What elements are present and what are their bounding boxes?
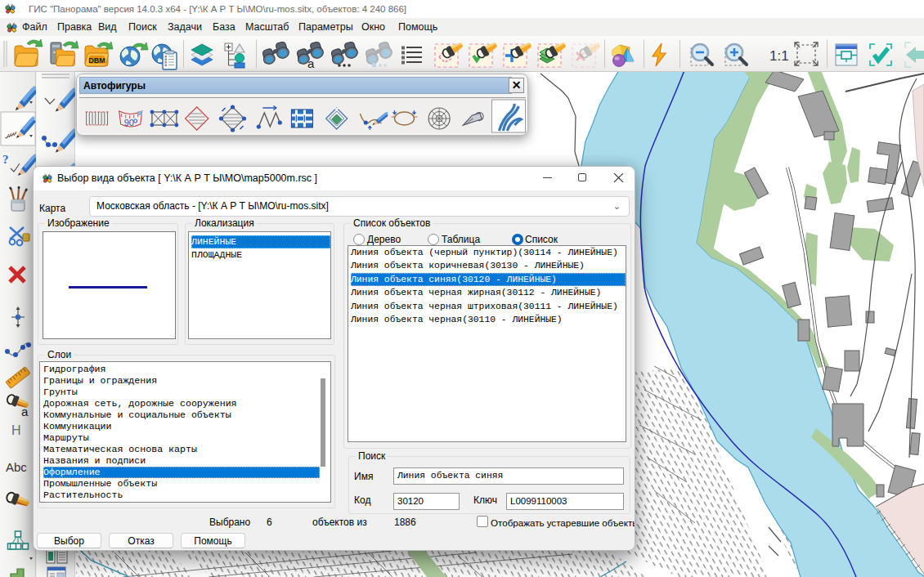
svg-text:?: ? — [2, 153, 9, 166]
svg-text:a: a — [307, 56, 315, 70]
svg-text:H: H — [11, 423, 21, 437]
svg-text:a: a — [21, 405, 29, 418]
svg-text:90: 90 — [124, 118, 134, 127]
svg-text:Abc: Abc — [6, 460, 27, 474]
svg-text:1:1: 1:1 — [769, 48, 789, 64]
svg-text:DBM: DBM — [88, 56, 105, 65]
